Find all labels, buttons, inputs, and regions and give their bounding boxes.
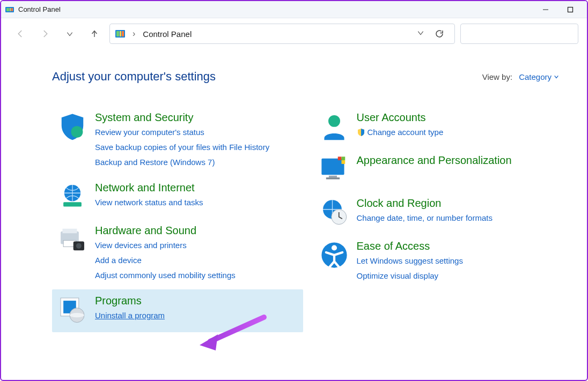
category-hardware-sound[interactable]: Hardware and Sound View devices and prin… [52, 219, 303, 289]
svg-rect-29 [341, 160, 345, 164]
svg-rect-5 [568, 7, 573, 12]
category-link[interactable]: Change account type [367, 126, 444, 139]
category-appearance-personalization[interactable]: Appearance and Personalization [314, 149, 565, 192]
chevron-down-icon [554, 74, 559, 79]
svg-rect-3 [11, 8, 13, 11]
content-area: Adjust your computer's settings View by:… [1, 49, 587, 343]
svg-rect-1 [6, 8, 9, 11]
category-title[interactable]: Hardware and Sound [95, 225, 236, 237]
svg-rect-14 [62, 229, 77, 233]
svg-point-33 [331, 245, 336, 250]
category-clock-region[interactable]: Clock and Region Change date, time, or n… [314, 192, 565, 235]
category-link[interactable]: Optimize visual display [357, 270, 463, 282]
category-link[interactable]: Backup and Restore (Windows 7) [95, 156, 269, 169]
accessibility-icon [319, 240, 349, 270]
svg-rect-26 [337, 156, 341, 160]
recent-locations-button[interactable] [60, 24, 79, 43]
page-title: Adjust your computer's settings [52, 70, 216, 84]
window-title: Control Panel [18, 5, 61, 13]
category-link[interactable]: Save backup copies of your files with Fi… [95, 141, 269, 154]
svg-rect-24 [328, 176, 336, 177]
category-title[interactable]: Programs [95, 295, 165, 307]
svg-rect-25 [326, 177, 339, 179]
clock-globe-icon [319, 197, 349, 227]
category-link[interactable]: Change date, time, or number formats [357, 212, 493, 225]
left-column: System and Security Review your computer… [52, 106, 303, 332]
category-link[interactable]: View network status and tasks [95, 196, 203, 209]
maximize-button[interactable] [558, 1, 583, 18]
address-bar[interactable]: › Control Panel [109, 24, 455, 44]
shield-icon [57, 111, 87, 141]
svg-rect-12 [63, 202, 82, 206]
history-dropdown-icon[interactable] [417, 29, 424, 39]
svg-rect-27 [341, 156, 345, 160]
view-by-selector[interactable]: View by: Category [482, 72, 559, 81]
uninstall-program-link[interactable]: Uninstall a program [95, 309, 165, 322]
refresh-button[interactable] [430, 24, 449, 43]
right-column: User Accounts Change account type Appear… [314, 106, 565, 332]
svg-point-10 [71, 126, 83, 138]
programs-icon [57, 295, 87, 325]
titlebar: Control Panel [1, 1, 587, 18]
svg-rect-2 [10, 8, 11, 11]
control-panel-icon [115, 30, 125, 38]
breadcrumb-root[interactable]: Control Panel [143, 29, 192, 39]
category-system-security[interactable]: System and Security Review your computer… [52, 106, 303, 176]
breadcrumb-chevron-icon[interactable]: › [130, 29, 137, 39]
forward-button[interactable] [35, 24, 55, 43]
minimize-button[interactable] [533, 1, 558, 18]
category-link[interactable]: View devices and printers [95, 239, 236, 252]
category-title[interactable]: Clock and Region [357, 197, 493, 210]
svg-rect-28 [337, 160, 341, 164]
printer-camera-icon [57, 225, 87, 255]
globe-icon [57, 182, 87, 212]
view-by-value[interactable]: Category [519, 72, 559, 81]
category-network-internet[interactable]: Network and Internet View network status… [52, 176, 303, 219]
user-icon [319, 111, 349, 141]
search-input[interactable] [460, 24, 578, 44]
nav-row: › Control Panel [1, 18, 587, 49]
uac-shield-icon [357, 128, 365, 137]
category-link[interactable]: Add a device [95, 254, 236, 267]
control-panel-app-icon [5, 5, 14, 14]
svg-rect-9 [122, 31, 124, 36]
category-title[interactable]: System and Security [95, 111, 269, 124]
svg-rect-7 [116, 31, 119, 36]
back-button[interactable] [11, 24, 30, 43]
monitor-icon [319, 154, 349, 184]
category-user-accounts[interactable]: User Accounts Change account type [314, 106, 565, 149]
view-by-label: View by: [482, 72, 512, 81]
category-title[interactable]: Appearance and Personalization [357, 154, 512, 167]
svg-rect-8 [120, 31, 121, 36]
category-title[interactable]: Network and Internet [95, 182, 203, 194]
category-programs[interactable]: Programs Uninstall a program [52, 289, 303, 332]
category-title[interactable]: User Accounts [357, 111, 444, 124]
category-link[interactable]: Adjust commonly used mobility settings [95, 269, 236, 282]
category-link[interactable]: Let Windows suggest settings [357, 255, 463, 267]
up-button[interactable] [85, 24, 104, 43]
category-link[interactable]: Review your computer's status [95, 126, 269, 139]
svg-point-22 [328, 115, 340, 127]
svg-point-17 [76, 243, 82, 249]
category-title[interactable]: Ease of Access [357, 240, 463, 252]
category-ease-of-access[interactable]: Ease of Access Let Windows suggest setti… [314, 235, 565, 290]
svg-point-21 [70, 313, 84, 317]
